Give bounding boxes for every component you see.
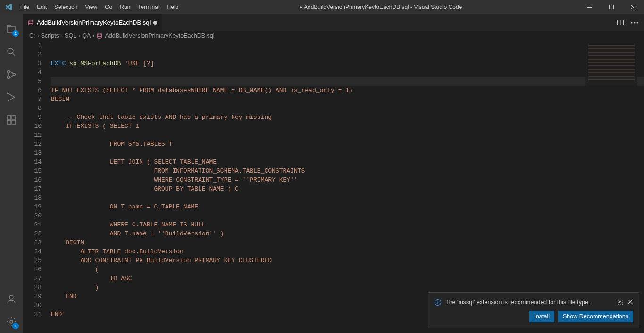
breadcrumb-segment[interactable]: AddBuildVersionPrimaryKeytoEachDB.sql bbox=[105, 33, 214, 39]
code-line[interactable] bbox=[51, 149, 644, 158]
line-number: 1 bbox=[23, 41, 42, 50]
code-line[interactable] bbox=[51, 131, 644, 140]
code-line[interactable]: AND T.name = ''BuildVersion'' ) bbox=[51, 229, 644, 238]
notification-toast: The 'mssql' extension is recommended for… bbox=[428, 292, 639, 328]
line-number: 23 bbox=[23, 238, 42, 247]
window-title: ● AddBuildVersionPrimaryKeytoEachDB.sql … bbox=[182, 4, 579, 10]
line-number: 28 bbox=[23, 283, 42, 292]
code-line[interactable]: ID ASC bbox=[51, 274, 644, 283]
code-line[interactable] bbox=[51, 68, 644, 77]
code-lines[interactable]: EXEC sp_MSForEachDB 'USE [?]IF NOT EXIST… bbox=[51, 41, 644, 333]
menu-run[interactable]: Run bbox=[116, 4, 134, 10]
svg-point-13 bbox=[29, 20, 33, 22]
line-number: 29 bbox=[23, 292, 42, 301]
code-line[interactable] bbox=[51, 193, 644, 202]
line-number: 9 bbox=[23, 113, 42, 122]
maximize-button[interactable] bbox=[601, 0, 622, 14]
code-line[interactable]: LEFT JOIN ( SELECT TABLE_NAME bbox=[51, 158, 644, 166]
code-line[interactable]: ADD CONSTRAINT PK_BuildVersion PRIMARY K… bbox=[51, 256, 644, 265]
code-line[interactable] bbox=[51, 41, 644, 50]
code-line[interactable]: BEGIN bbox=[51, 238, 644, 247]
menu-edit[interactable]: Edit bbox=[33, 4, 50, 10]
code-line[interactable]: FROM SYS.TABLES T bbox=[51, 140, 644, 149]
gear-icon[interactable] bbox=[617, 299, 624, 306]
window-controls bbox=[579, 0, 644, 14]
chevron-right-icon: › bbox=[37, 33, 39, 39]
menu-selection[interactable]: Selection bbox=[50, 4, 81, 10]
tab-filename: AddBuildVersionPrimaryKeytoEachDB.sql bbox=[37, 19, 151, 26]
breadcrumb-segment[interactable]: C: bbox=[29, 33, 35, 39]
code-line[interactable]: IF EXISTS ( SELECT 1 bbox=[51, 122, 644, 131]
svg-point-4 bbox=[8, 76, 10, 79]
minimize-button[interactable] bbox=[579, 0, 601, 14]
sql-file-icon bbox=[27, 19, 34, 26]
code-line[interactable]: ) bbox=[51, 283, 644, 292]
line-number: 15 bbox=[23, 166, 42, 175]
code-line[interactable]: EXEC sp_MSForEachDB 'USE [?] bbox=[51, 59, 644, 68]
dirty-indicator-icon bbox=[153, 21, 157, 25]
line-number: 16 bbox=[23, 175, 42, 184]
svg-point-5 bbox=[13, 74, 16, 76]
code-line[interactable] bbox=[51, 77, 644, 86]
line-number: 21 bbox=[23, 220, 42, 229]
line-number: 7 bbox=[23, 95, 42, 104]
code-line[interactable]: ( bbox=[51, 265, 644, 274]
explorer-icon[interactable]: 1 bbox=[0, 18, 23, 41]
titlebar: File Edit Selection View Go Run Terminal… bbox=[0, 0, 644, 14]
line-number: 31 bbox=[23, 310, 42, 319]
line-number: 11 bbox=[23, 131, 42, 140]
svg-rect-10 bbox=[12, 116, 16, 119]
code-area[interactable]: 1234567891011121314151617181920212223242… bbox=[23, 41, 644, 333]
code-line[interactable]: WHERE CONSTRAINT_TYPE = ''PRIMARY KEY'' bbox=[51, 175, 644, 184]
code-line[interactable]: ON T.name = C.TABLE_NAME bbox=[51, 202, 644, 211]
info-icon bbox=[434, 299, 442, 306]
breadcrumb-segment[interactable]: SQL bbox=[65, 33, 76, 39]
menu-file[interactable]: File bbox=[17, 4, 33, 10]
code-line[interactable]: -- Check that table exists AND has a pri… bbox=[51, 113, 644, 122]
svg-point-12 bbox=[10, 320, 13, 323]
close-icon[interactable] bbox=[627, 299, 633, 306]
line-number: 22 bbox=[23, 229, 42, 238]
vscode-icon bbox=[0, 3, 17, 11]
more-actions-icon[interactable] bbox=[631, 22, 638, 24]
notification-message: The 'mssql' extension is recommended for… bbox=[445, 299, 613, 306]
show-recommendations-button[interactable]: Show Recommendations bbox=[558, 311, 633, 322]
menu-help[interactable]: Help bbox=[163, 4, 183, 10]
search-icon[interactable] bbox=[0, 41, 23, 63]
breadcrumb[interactable]: C: › Scripts › SQL › QA › AddBuildVersio… bbox=[23, 31, 644, 41]
code-line[interactable]: BEGIN bbox=[51, 95, 644, 104]
svg-point-15 bbox=[631, 22, 633, 23]
line-number: 8 bbox=[23, 104, 42, 113]
breadcrumb-segment[interactable]: QA bbox=[82, 33, 91, 39]
close-button[interactable] bbox=[622, 0, 644, 14]
minimap[interactable] bbox=[585, 41, 637, 333]
code-line[interactable]: FROM INFORMATION_SCHEMA.TABLE_CONSTRAINT… bbox=[51, 166, 644, 175]
split-editor-icon[interactable] bbox=[617, 19, 624, 26]
settings-gear-icon[interactable]: 1 bbox=[0, 310, 23, 333]
code-line[interactable]: ALTER TABLE dbo.BuildVersion bbox=[51, 247, 644, 256]
tab-active[interactable]: AddBuildVersionPrimaryKeytoEachDB.sql bbox=[23, 14, 162, 31]
code-line[interactable] bbox=[51, 50, 644, 59]
install-button[interactable]: Install bbox=[529, 311, 554, 322]
editor-area: AddBuildVersionPrimaryKeytoEachDB.sql C:… bbox=[23, 14, 644, 333]
code-line[interactable] bbox=[51, 104, 644, 113]
breadcrumb-segment[interactable]: Scripts bbox=[41, 33, 59, 39]
source-control-icon[interactable] bbox=[0, 63, 23, 86]
svg-rect-8 bbox=[7, 120, 11, 124]
line-number: 4 bbox=[23, 68, 42, 77]
menu-view[interactable]: View bbox=[81, 4, 101, 10]
explorer-badge: 1 bbox=[12, 30, 19, 37]
code-line[interactable]: IF NOT EXISTS (SELECT * FROM databasesWH… bbox=[51, 86, 644, 95]
accounts-icon[interactable] bbox=[0, 288, 23, 310]
svg-point-3 bbox=[8, 71, 10, 73]
code-line[interactable] bbox=[51, 211, 644, 220]
menu-terminal[interactable]: Terminal bbox=[134, 4, 163, 10]
code-line[interactable]: WHERE C.TABLE_NAME IS NULL bbox=[51, 220, 644, 229]
activity-bar: 1 1 bbox=[0, 14, 23, 333]
menu-go[interactable]: Go bbox=[101, 4, 116, 10]
run-debug-icon[interactable] bbox=[0, 86, 23, 108]
extensions-icon[interactable] bbox=[0, 108, 23, 131]
code-line[interactable]: GROUP BY TABLE_NAME ) C bbox=[51, 184, 644, 193]
editor-actions bbox=[617, 14, 644, 31]
line-number: 14 bbox=[23, 158, 42, 166]
